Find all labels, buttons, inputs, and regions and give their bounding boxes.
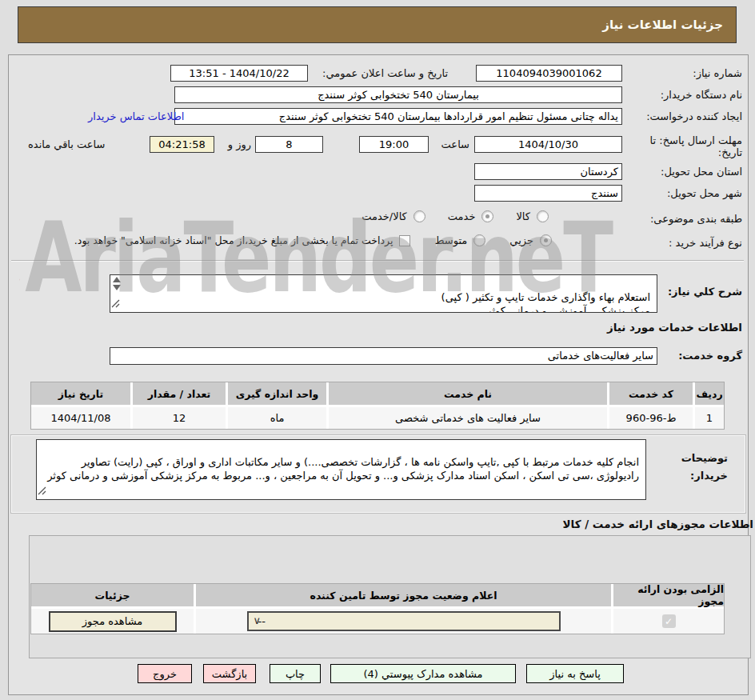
- radio-goods-label: کالا: [516, 210, 530, 222]
- city-field: سنندج: [474, 185, 622, 202]
- city-label: شهر محل تحویل:: [667, 187, 742, 199]
- col-header-unit: واحد اندازه گیری: [228, 382, 326, 405]
- need-description-label: شرح کلي نیاز:: [668, 286, 742, 298]
- col-header-quantity: تعداد / مقدار: [133, 382, 226, 405]
- process-type-group: جزیي متوسط پرداخت تمام یا بخشی از مبلغ خ…: [72, 234, 552, 246]
- exit-button[interactable]: خروج: [138, 664, 192, 683]
- buyer-notes-textarea[interactable]: انجام کلیه خدمات مرتبط با کپی ,تایپ واسک…: [36, 439, 646, 500]
- need-number-label: شماره نیاز:: [693, 67, 742, 79]
- cell-service-name: سایر فعالیت های خدماتی شخصی: [329, 407, 607, 429]
- view-license-button[interactable]: مشاهده مجوز: [49, 611, 177, 632]
- services-info-header: اطلاعات خدمات مورد نیاز: [607, 321, 742, 334]
- need-description-textarea[interactable]: استعلام بهاء واگذاری خدمات تایپ و تکثیر …: [110, 274, 657, 313]
- deadline-days-field: 8: [255, 136, 323, 153]
- licenses-info-header: اطلاعات مجوزهای ارائه خدمت / کالا: [563, 518, 753, 530]
- license-table: الزامی بودن ارائه مجوز اعلام وضعیت مجوز …: [30, 583, 725, 634]
- buyer-org-label: نام دستگاه خریدار:: [661, 89, 742, 101]
- cell-index: 1: [695, 407, 724, 429]
- cell-unit: ماه: [228, 407, 326, 429]
- buyer-notes-text: انجام کلیه خدمات مرتبط با کپی ,تایپ واسک…: [47, 456, 639, 482]
- col-header-service-name: نام خدمت: [329, 382, 607, 405]
- service-group-label: گروه خدمت:: [678, 350, 742, 362]
- view-attachments-button[interactable]: مشاهده مدارک پیوستي (4): [330, 664, 516, 683]
- treasury-checkbox[interactable]: [399, 235, 410, 246]
- treasury-note: پرداخت تمام یا بخشی از مبلغ خرید،از محل …: [74, 234, 393, 246]
- need-description-text: استعلام بهاء واگذاری خدمات تایپ و تکثیر …: [441, 291, 650, 313]
- deadline-remaining-field: 04:21:58: [150, 136, 214, 153]
- province-label: استان محل تحویل:: [661, 166, 742, 178]
- deadline-remaining-label: ساعت باقي مانده: [28, 138, 145, 150]
- buyer-notes-label: توضیحات خریدار:: [662, 450, 728, 485]
- need-details-page: جزئیات اطلاعات نیاز شماره نیاز: 11040940…: [0, 0, 755, 700]
- col-header-license-required: الزامی بودن ارائه مجوز: [613, 584, 724, 606]
- radio-minor-label: جزیي: [509, 234, 533, 246]
- cell-license-required: ✓: [613, 609, 724, 634]
- cell-need-date: 1404/11/08: [31, 407, 130, 429]
- chevron-down-icon: ∨: [254, 614, 262, 626]
- col-header-index: ردیف: [695, 382, 724, 405]
- col-header-need-date: تاریخ نیاز: [31, 382, 130, 405]
- print-button[interactable]: چاپ: [270, 664, 321, 683]
- request-creator-label: ایجاد کننده درخواست:: [646, 110, 742, 122]
- process-type-label: نوع فرآیند خرید :: [669, 237, 742, 249]
- page-title: جزئیات اطلاعات نیاز: [18, 6, 737, 43]
- service-group-field: سایر فعالیت‌های خدماتی: [110, 347, 657, 365]
- radio-medium[interactable]: [473, 234, 485, 246]
- required-checkbox-checked[interactable]: ✓: [662, 614, 676, 628]
- radio-goods-service-label: کالا/خدمت: [362, 210, 407, 222]
- subject-class-label: طبقه بندی موضوعی:: [650, 213, 742, 225]
- col-header-service-code: کد خدمت: [609, 382, 693, 405]
- announce-datetime-field: 1404/10/22 - 13:51: [170, 65, 308, 82]
- province-field: کردستان: [474, 163, 622, 180]
- resize-handle-icon[interactable]: [111, 284, 120, 311]
- request-creator-field: یداله چتانی مسئول تنظیم امور قراردادها ب…: [174, 108, 622, 125]
- subject-class-radiogroup: کالا خدمت کالا/خدمت: [309, 210, 549, 222]
- radio-service-label: خدمت: [448, 210, 476, 222]
- deadline-time-label: ساعت: [436, 138, 469, 150]
- cell-license-status: -- ∨: [196, 609, 611, 634]
- need-number-field: 1104094039001062: [476, 65, 622, 82]
- radio-goods-service[interactable]: [413, 210, 425, 222]
- deadline-days-label: روز و: [218, 138, 251, 150]
- section-divider: [11, 260, 744, 262]
- deadline-time-field: 19:00: [359, 136, 429, 153]
- col-header-details: جزئیات: [31, 584, 194, 606]
- license-status-dropdown[interactable]: -- ∨: [247, 611, 561, 631]
- cell-details: مشاهده مجوز: [31, 609, 194, 634]
- service-table: ردیف کد خدمت نام خدمت واحد اندازه گیری ت…: [30, 382, 725, 430]
- deadline-label: مهلت ارسال پاسخ: تا تاریخ:: [645, 134, 742, 158]
- radio-minor[interactable]: [540, 234, 552, 246]
- buyer-org-field: بیمارستان 540 تختخوابی کوثر سنندج: [174, 86, 622, 103]
- deadline-date-field: 1404/10/30: [474, 136, 622, 153]
- cell-service-code: ط-96-960: [609, 407, 693, 429]
- cell-quantity: 12: [133, 407, 226, 429]
- announce-datetime-label: تاریخ و ساعت اعلان عمومي:: [310, 67, 448, 79]
- radio-medium-label: متوسط: [434, 234, 467, 246]
- radio-service[interactable]: [481, 210, 493, 222]
- respond-button[interactable]: پاسخ به نیاز: [526, 664, 624, 683]
- buyer-contact-link[interactable]: اطلاعات تماس خریدار: [88, 110, 184, 122]
- radio-goods[interactable]: [537, 210, 549, 222]
- back-button[interactable]: بازگشت: [203, 664, 256, 683]
- notes-resize-handle-icon[interactable]: [38, 471, 46, 498]
- col-header-license-status: اعلام وضعیت مجوز توسط تامین کننده: [196, 584, 611, 606]
